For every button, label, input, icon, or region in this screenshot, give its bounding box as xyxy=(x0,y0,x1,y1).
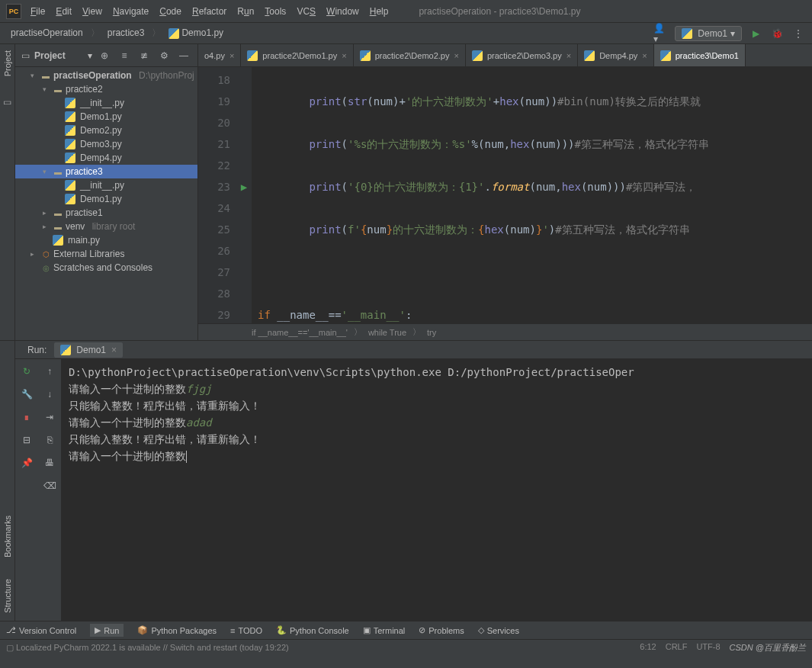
tree-folder-practice2[interactable]: ▾▬practice2 xyxy=(15,82,197,96)
bottom-terminal[interactable]: ▣Terminal xyxy=(363,625,406,635)
bottom-run[interactable]: ▶Run xyxy=(90,624,124,637)
user-icon[interactable]: 👤▾ xyxy=(653,26,669,41)
print-icon[interactable]: 🖶 xyxy=(42,455,57,470)
hide-icon[interactable]: — xyxy=(176,48,191,63)
editor-tab[interactable]: practice2\Demo3.py× xyxy=(466,44,578,66)
chevron-right-icon: 〉 xyxy=(91,27,100,40)
console-output[interactable]: D:\pythonProject\practiseOperation\venv\… xyxy=(61,359,812,621)
tree-file[interactable]: main.py xyxy=(15,233,197,247)
line-separator[interactable]: CRLF xyxy=(666,642,688,654)
bottom-todo[interactable]: ≡TODO xyxy=(230,626,262,635)
python-file-icon xyxy=(472,50,483,61)
menu-tools[interactable]: Tools xyxy=(265,6,286,17)
watermark-overlay: CSDN @百里香酚兰 xyxy=(730,642,806,654)
menu-edit[interactable]: Edit xyxy=(56,6,72,17)
collapse-icon[interactable]: ≡ xyxy=(117,48,132,63)
sidebar-tab-structure[interactable]: Structure xyxy=(2,576,14,616)
crumb-file[interactable]: Demo1.py xyxy=(164,26,228,40)
editor-tab[interactable]: o4.py× xyxy=(198,44,241,66)
stop-icon[interactable]: ∎ xyxy=(19,409,34,425)
menu-view[interactable]: View xyxy=(82,6,102,17)
editor-tab[interactable]: Demp4.py× xyxy=(578,44,654,66)
menu-run[interactable]: Run xyxy=(237,6,254,17)
pin-icon[interactable]: 📌 xyxy=(19,455,34,470)
bottom-services[interactable]: ◇Services xyxy=(478,625,519,635)
python-file-icon xyxy=(360,50,371,61)
sidebar-tab-bookmarks[interactable]: Bookmarks xyxy=(2,512,14,560)
down-arrow-icon[interactable]: ↓ xyxy=(42,387,57,402)
layout-icon[interactable]: ⊟ xyxy=(19,432,34,448)
pycharm-logo-icon: PC xyxy=(6,4,21,19)
tree-file[interactable]: Demp4.py xyxy=(15,151,197,165)
editor-tab-bar: o4.py× practice2\Demo1.py× practice2\Dem… xyxy=(198,44,812,67)
tree-file[interactable]: Demo2.py xyxy=(15,124,197,137)
rerun-icon[interactable]: ↻ xyxy=(19,364,34,379)
editor-crumb[interactable]: try xyxy=(427,328,436,337)
close-icon[interactable]: × xyxy=(342,51,346,60)
up-arrow-icon[interactable]: ↑ xyxy=(42,364,57,379)
tree-file[interactable]: __init__.py xyxy=(15,96,197,110)
tree-file[interactable]: __init__.py xyxy=(15,178,197,192)
editor-crumb[interactable]: if __name__=='__main__' xyxy=(252,328,348,337)
close-icon[interactable]: × xyxy=(642,51,647,60)
folder-icon: ▬ xyxy=(53,221,63,232)
debug-button-icon[interactable]: 🐞 xyxy=(769,26,785,41)
editor-crumb[interactable]: while True xyxy=(368,328,406,337)
bottom-python-console[interactable]: 🐍Python Console xyxy=(276,625,349,635)
expand-icon[interactable]: ≢ xyxy=(136,48,152,63)
menu-window[interactable]: Window xyxy=(326,6,359,17)
tree-file[interactable]: Demo3.py xyxy=(15,137,197,151)
gear-icon[interactable]: ⚙ xyxy=(156,48,172,63)
branch-icon: ⎇ xyxy=(6,625,16,635)
chevron-down-icon[interactable]: ▾ xyxy=(88,50,92,61)
run-button-icon[interactable]: ▶ xyxy=(748,26,763,41)
python-file-icon xyxy=(65,153,75,163)
run-gutter-icon[interactable]: ▶ xyxy=(236,176,252,198)
bottom-python-packages[interactable]: 📦Python Packages xyxy=(137,625,217,635)
wrench-icon[interactable]: 🔧 xyxy=(19,387,34,402)
tree-scratches[interactable]: ◎Scratches and Consoles xyxy=(15,261,197,275)
close-icon[interactable]: × xyxy=(566,51,571,60)
tree-folder-venv[interactable]: ▸▬venv library root xyxy=(15,220,197,233)
menu-code[interactable]: Code xyxy=(159,6,181,17)
close-icon[interactable]: × xyxy=(229,51,234,60)
menu-file[interactable]: File xyxy=(30,6,45,17)
project-tree[interactable]: ▾▬practiseOperation D:\pythonProj ▾▬prac… xyxy=(15,67,197,340)
folder-icon[interactable]: ▭ xyxy=(0,95,15,110)
menu-refactor[interactable]: Refactor xyxy=(192,6,226,17)
run-tab-active[interactable]: Demo1 × xyxy=(54,342,123,358)
tree-file[interactable]: Demo1.py xyxy=(15,110,197,124)
tree-folder-practice3[interactable]: ▾▬practice3 xyxy=(15,165,197,178)
cursor-position[interactable]: 6:12 xyxy=(640,642,656,654)
target-icon[interactable]: ⊕ xyxy=(97,48,112,63)
line-gutter: 181920212223242526272829 xyxy=(198,67,236,323)
tree-file[interactable]: Demo1.py xyxy=(15,192,197,206)
clear-icon[interactable]: ⌫ xyxy=(42,478,57,493)
editor-tab-active[interactable]: practice3\Demo1 xyxy=(654,44,746,66)
more-actions-icon[interactable]: ⋮ xyxy=(791,26,806,41)
main-menu: File Edit View Navigate Code Refactor Ru… xyxy=(30,6,388,17)
menu-help[interactable]: Help xyxy=(370,6,389,17)
crumb-root[interactable]: practiseOperation xyxy=(6,26,88,40)
python-file-icon xyxy=(53,235,63,246)
menu-vcs[interactable]: VCS xyxy=(297,6,316,17)
menu-navigate[interactable]: Navigate xyxy=(113,6,149,17)
code-content[interactable]: print(str(num)+'的十六进制数为'+hex(num))#bin(n… xyxy=(252,67,812,323)
editor-tab[interactable]: practice2\Demo1.py× xyxy=(241,44,353,66)
bottom-version-control[interactable]: ⎇Version Control xyxy=(6,625,76,635)
editor-tab[interactable]: practice2\Demo2.py× xyxy=(354,44,466,66)
status-message[interactable]: ▢ Localized PyCharm 2022.1 is available … xyxy=(6,643,289,653)
sidebar-tab-project[interactable]: Project xyxy=(2,47,14,79)
run-config-selector[interactable]: Demo1 ▾ xyxy=(675,26,742,41)
close-icon[interactable]: × xyxy=(111,345,117,355)
scroll-icon[interactable]: ⎘ xyxy=(42,432,57,448)
tree-external-libraries[interactable]: ▸⬡External Libraries xyxy=(15,247,197,261)
wrap-icon[interactable]: ⇥ xyxy=(42,409,57,425)
code-editor[interactable]: 181920212223242526272829 ▶ print(str(num… xyxy=(198,67,812,323)
bottom-problems[interactable]: ⊘Problems xyxy=(419,625,464,635)
file-encoding[interactable]: UTF-8 xyxy=(696,642,720,654)
crumb-folder[interactable]: practice3 xyxy=(103,26,149,40)
tree-root[interactable]: ▾▬practiseOperation D:\pythonProj xyxy=(15,69,197,82)
tree-folder-practise1[interactable]: ▸▬practise1 xyxy=(15,206,197,220)
close-icon[interactable]: × xyxy=(454,51,458,60)
